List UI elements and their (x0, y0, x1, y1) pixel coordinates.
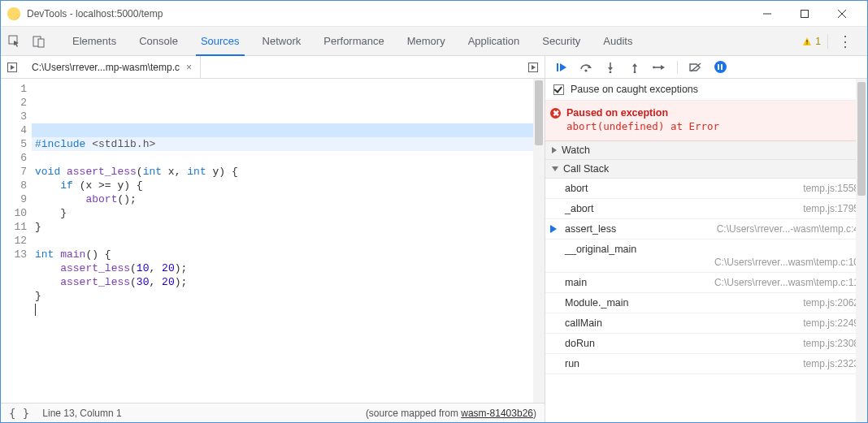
frame-function: doRun (565, 338, 595, 349)
resume-button[interactable] (555, 61, 568, 74)
window-title: DevTools - localhost:5000/temp (27, 8, 749, 19)
deactivate-breakpoints-button[interactable] (689, 61, 702, 74)
callstack-frame[interactable]: mainC:\Users\rrever...wasm\temp.c:11 (545, 273, 867, 293)
frame-location: temp.js:2062 (803, 297, 859, 309)
watch-label: Watch (562, 145, 590, 156)
svg-point-22 (634, 71, 636, 72)
cursor-position: Line 13, Column 1 (42, 408, 121, 419)
editor-scrollbar[interactable] (533, 79, 545, 403)
frame-function: _abort (565, 203, 593, 214)
frame-function: run (565, 358, 579, 369)
chevron-down-icon (552, 166, 558, 171)
tab-elements[interactable]: Elements (61, 27, 128, 55)
callstack-frame[interactable]: aborttemp.js:1558 (545, 179, 867, 199)
frame-function: __original_main (565, 244, 636, 255)
watch-section-header[interactable]: Watch (545, 141, 867, 160)
svg-point-19 (610, 71, 612, 72)
tab-security[interactable]: Security (531, 27, 592, 55)
file-tab[interactable]: C:\Users\rrever...mp-wasm\temp.c × (24, 56, 201, 78)
frame-function: assert_less (565, 223, 616, 235)
exception-message: abort(undefined) at Error (566, 120, 857, 132)
frame-location: temp.js:2323 (803, 358, 859, 369)
frame-function: main (565, 277, 587, 288)
debugger-sidebar: Pause on caught exceptions ✖ Paused on e… (545, 79, 867, 422)
devtools-icon (7, 7, 20, 20)
tab-network[interactable]: Network (251, 27, 313, 55)
step-out-button[interactable] (628, 61, 641, 74)
pretty-print-icon[interactable]: { } (9, 407, 29, 420)
svg-marker-10 (11, 65, 15, 70)
svg-rect-6 (38, 39, 44, 47)
frame-location: temp.js:2249 (803, 317, 859, 329)
tab-memory[interactable]: Memory (396, 27, 457, 55)
divider (677, 61, 678, 74)
frame-location: temp.js:2308 (803, 338, 859, 349)
debugger-toolbar (545, 61, 867, 74)
svg-rect-7 (807, 40, 808, 43)
svg-marker-14 (560, 63, 566, 71)
main-tabbar: ElementsConsoleSourcesNetworkPerformance… (1, 27, 867, 56)
source-map-info: (source mapped from wasm-81403b26) (366, 408, 536, 419)
tab-application[interactable]: Application (457, 27, 532, 55)
svg-point-25 (653, 66, 655, 68)
frame-location: C:\Users\rrever...wasm\temp.c:11 (714, 277, 859, 288)
svg-point-16 (584, 69, 587, 71)
tab-sources[interactable]: Sources (189, 27, 251, 55)
divider (827, 34, 828, 49)
callstack-label: Call Stack (563, 163, 609, 175)
frame-location: temp.js:1795 (803, 203, 859, 214)
callstack-list: aborttemp.js:1558_aborttemp.js:1795asser… (545, 179, 867, 374)
pause-on-caught-row[interactable]: Pause on caught exceptions (545, 79, 867, 101)
execution-line-highlight (32, 123, 545, 137)
step-button[interactable] (653, 61, 666, 74)
scrollbar-thumb[interactable] (535, 80, 543, 145)
more-options-icon[interactable]: ⋮ (835, 34, 856, 49)
code-editor[interactable]: 12345678910111213 #include <stdlib.h>voi… (1, 79, 545, 403)
paused-exception-box: ✖ Paused on exception abort(undefined) a… (545, 101, 867, 141)
exception-title: Paused on exception (566, 107, 857, 119)
callstack-frame[interactable]: runtemp.js:2323 (545, 354, 867, 374)
svg-marker-24 (661, 65, 665, 70)
callstack-frame[interactable]: assert_lessC:\Users\rrever...-wasm\temp.… (545, 219, 867, 240)
step-over-button[interactable] (579, 61, 592, 74)
callstack-frame[interactable]: __original_mainC:\Users\rrever...wasm\te… (545, 240, 867, 273)
code-content[interactable]: #include <stdlib.h>void assert_less(int … (32, 79, 545, 403)
main-area: 12345678910111213 #include <stdlib.h>voi… (1, 79, 867, 422)
callstack-section-header[interactable]: Call Stack (545, 160, 867, 179)
callstack-frame[interactable]: doRuntemp.js:2308 (545, 334, 867, 354)
callstack-frame[interactable]: callMaintemp.js:2249 (545, 313, 867, 334)
pause-on-caught-checkbox[interactable] (553, 84, 564, 95)
sources-subbar: C:\Users\rrever...mp-wasm\temp.c × (1, 56, 867, 79)
status-bar: { } Line 13, Column 1 (source mapped fro… (1, 403, 545, 422)
step-into-button[interactable] (604, 61, 617, 74)
maximize-button[interactable] (786, 1, 823, 27)
svg-marker-12 (532, 65, 536, 70)
titlebar: DevTools - localhost:5000/temp (1, 1, 867, 27)
close-file-icon[interactable]: × (186, 62, 192, 73)
frame-location: temp.js:1558 (803, 183, 859, 194)
frame-function: callMain (565, 317, 602, 329)
device-toolbar-icon[interactable] (32, 34, 46, 49)
svg-marker-21 (632, 63, 637, 67)
navigator-toggle-icon[interactable] (1, 63, 24, 72)
window-controls (749, 1, 861, 27)
more-tabs-icon[interactable] (522, 63, 545, 72)
tab-performance[interactable]: Performance (312, 27, 395, 55)
inspect-element-icon[interactable] (7, 34, 22, 49)
file-tab-path: C:\Users\rrever...mp-wasm\temp.c (32, 62, 180, 73)
pause-on-caught-label: Pause on caught exceptions (571, 84, 698, 95)
close-button[interactable] (823, 1, 861, 27)
tab-audits[interactable]: Audits (592, 27, 644, 55)
minimize-button[interactable] (749, 1, 786, 27)
warning-count: 1 (815, 36, 821, 47)
chevron-right-icon (552, 147, 557, 153)
source-map-link[interactable]: wasm-81403b26 (461, 408, 533, 419)
sidebar-scrollbar[interactable] (856, 79, 867, 422)
callstack-frame[interactable]: _aborttemp.js:1795 (545, 199, 867, 219)
pause-on-exceptions-button[interactable] (714, 61, 727, 74)
callstack-frame[interactable]: Module._maintemp.js:2062 (545, 293, 867, 313)
editor-pane: 12345678910111213 #include <stdlib.h>voi… (1, 79, 545, 422)
warning-badge[interactable]: 1 (802, 36, 821, 47)
scrollbar-thumb[interactable] (857, 82, 866, 196)
tab-console[interactable]: Console (128, 27, 189, 55)
